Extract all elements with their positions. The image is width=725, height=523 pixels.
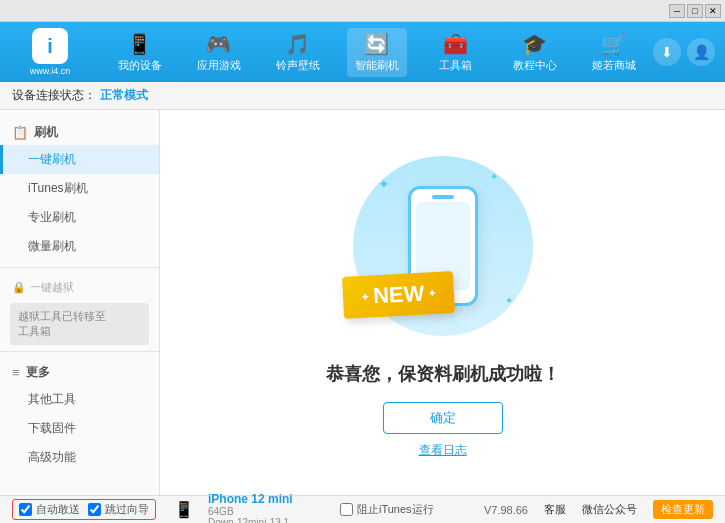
nav-item-apps-games[interactable]: 🎮应用游戏 (189, 28, 249, 77)
sidebar-section-more: ≡ 更多 (0, 358, 159, 385)
flash-section-label: 刷机 (34, 124, 58, 141)
circle-bg: ✦ ✦ ✦ NEW (353, 156, 533, 336)
version-text: V7.98.66 (484, 504, 528, 516)
close-btn[interactable]: ✕ (705, 4, 721, 18)
success-text: 恭喜您，保资料刷机成功啦！ (326, 362, 560, 386)
sidebar-item-download-firmware[interactable]: 下载固件 (0, 414, 159, 443)
nav-item-my-device[interactable]: 📱我的设备 (110, 28, 170, 77)
skip-wizard-checkbox-label[interactable]: 跳过向导 (88, 502, 149, 517)
flash-section-icon: 📋 (12, 125, 28, 140)
status-bar: 设备连接状态： 正常模式 (0, 82, 725, 110)
sidebar-item-itunes-flash[interactable]: iTunes刷机 (0, 174, 159, 203)
device-info: iPhone 12 mini 64GB Down-12mini-13,1 (208, 492, 293, 524)
success-illustration: ✦ ✦ ✦ NEW (343, 146, 543, 346)
nav-label-tutorials: 教程中心 (513, 58, 557, 73)
sidebar-item-pro-flash[interactable]: 专业刷机 (0, 203, 159, 232)
nav-item-tutorials[interactable]: 🎓教程中心 (505, 28, 565, 77)
sparkle-3: ✦ (505, 295, 513, 306)
minimize-btn[interactable]: ─ (669, 4, 685, 18)
nav-item-smart-flash[interactable]: 🔄智能刷机 (347, 28, 407, 77)
new-banner: NEW (341, 271, 454, 319)
nav-label-store: 姬若商城 (592, 58, 636, 73)
device-name: iPhone 12 mini (208, 492, 293, 506)
phone-speaker (432, 195, 454, 199)
logo-area: i www.i4.cn (0, 28, 100, 76)
status-value: 正常模式 (100, 87, 148, 104)
update-button[interactable]: 检查更新 (653, 500, 713, 519)
auto-start-checkbox-label[interactable]: 自动敢送 (19, 502, 80, 517)
logo-icon: i (32, 28, 68, 64)
sparkle-2: ✦ (490, 171, 498, 182)
sidebar-item-other-tools[interactable]: 其他工具 (0, 385, 159, 414)
confirm-button[interactable]: 确定 (383, 402, 503, 434)
sidebar-item-advanced[interactable]: 高级功能 (0, 443, 159, 472)
auto-start-label: 自动敢送 (36, 502, 80, 517)
nav-label-my-device: 我的设备 (118, 58, 162, 73)
sidebar-item-micro-flash[interactable]: 微量刷机 (0, 232, 159, 261)
bottom-right: V7.98.66 客服 微信公众号 检查更新 (484, 500, 713, 519)
lock-icon: 🔒 (12, 281, 26, 294)
device-phone-icon: 📱 (174, 500, 194, 519)
sidebar-divider-1 (0, 267, 159, 268)
device-info-area: 📱 iPhone 12 mini 64GB Down-12mini-13,1 (166, 490, 326, 524)
nav-icon-smart-flash: 🔄 (364, 32, 389, 56)
skip-wizard-checkbox[interactable] (88, 503, 101, 516)
device-model: Down-12mini-13,1 (208, 517, 293, 524)
service-link[interactable]: 客服 (544, 502, 566, 517)
nav-label-ringtones: 铃声壁纸 (276, 58, 320, 73)
nav-label-apps-games: 应用游戏 (197, 58, 241, 73)
download-btn[interactable]: ⬇ (653, 38, 681, 66)
stop-itunes-checkbox[interactable] (340, 503, 353, 516)
nav-icon-my-device: 📱 (127, 32, 152, 56)
sidebar-item-one-key-flash[interactable]: 一键刷机 (0, 145, 159, 174)
go-home-link[interactable]: 查看日志 (419, 442, 467, 459)
nav-icon-store: 🛒 (601, 32, 626, 56)
nav-items: 📱我的设备🎮应用游戏🎵铃声壁纸🔄智能刷机🧰工具箱🎓教程中心🛒姬若商城 (100, 28, 653, 77)
wechat-link[interactable]: 微信公众号 (582, 502, 637, 517)
jailbreak-notice: 越狱工具已转移至 工具箱 (10, 303, 149, 345)
nav-item-toolbox[interactable]: 🧰工具箱 (426, 28, 486, 77)
content-area: ✦ ✦ ✦ NEW 恭喜您，保资料刷机成功啦！ 确定 查看日志 (160, 110, 725, 495)
title-bar: ─ □ ✕ (0, 0, 725, 22)
bottom-checkboxes: 自动敢送 跳过向导 (12, 499, 156, 520)
logo-text: www.i4.cn (30, 66, 71, 76)
nav-icon-apps-games: 🎮 (206, 32, 231, 56)
stop-itunes-label[interactable]: 阻止iTunes运行 (340, 502, 434, 517)
nav-label-smart-flash: 智能刷机 (355, 58, 399, 73)
more-label: 更多 (26, 364, 50, 381)
sidebar-divider-2 (0, 351, 159, 352)
jailbreak-notice-text: 越狱工具已转移至 工具箱 (18, 310, 106, 337)
top-nav: i www.i4.cn 📱我的设备🎮应用游戏🎵铃声壁纸🔄智能刷机🧰工具箱🎓教程中… (0, 22, 725, 82)
bottom-bar: 自动敢送 跳过向导 📱 iPhone 12 mini 64GB Down-12m… (0, 495, 725, 523)
nav-icon-toolbox: 🧰 (443, 32, 468, 56)
user-btn[interactable]: 👤 (687, 38, 715, 66)
maximize-btn[interactable]: □ (687, 4, 703, 18)
main-area: 📋 刷机 一键刷机 iTunes刷机 专业刷机 微量刷机 🔒 一键越狱 越狱工具… (0, 110, 725, 495)
nav-item-store[interactable]: 🛒姬若商城 (584, 28, 644, 77)
jailbreak-label: 一键越狱 (30, 280, 74, 295)
nav-icon-tutorials: 🎓 (522, 32, 547, 56)
stop-itunes-text: 阻止iTunes运行 (357, 502, 434, 517)
device-storage: 64GB (208, 506, 293, 517)
auto-start-checkbox[interactable] (19, 503, 32, 516)
nav-right: ⬇ 👤 (653, 38, 725, 66)
sparkle-1: ✦ (378, 176, 390, 192)
nav-icon-ringtones: 🎵 (285, 32, 310, 56)
sidebar-section-jailbreak: 🔒 一键越狱 (0, 274, 159, 299)
more-icon: ≡ (12, 365, 20, 380)
nav-label-toolbox: 工具箱 (439, 58, 472, 73)
sidebar-section-flash: 📋 刷机 (0, 118, 159, 145)
sidebar: 📋 刷机 一键刷机 iTunes刷机 专业刷机 微量刷机 🔒 一键越狱 越狱工具… (0, 110, 160, 495)
status-label: 设备连接状态： (12, 87, 96, 104)
skip-wizard-label: 跳过向导 (105, 502, 149, 517)
nav-item-ringtones[interactable]: 🎵铃声壁纸 (268, 28, 328, 77)
